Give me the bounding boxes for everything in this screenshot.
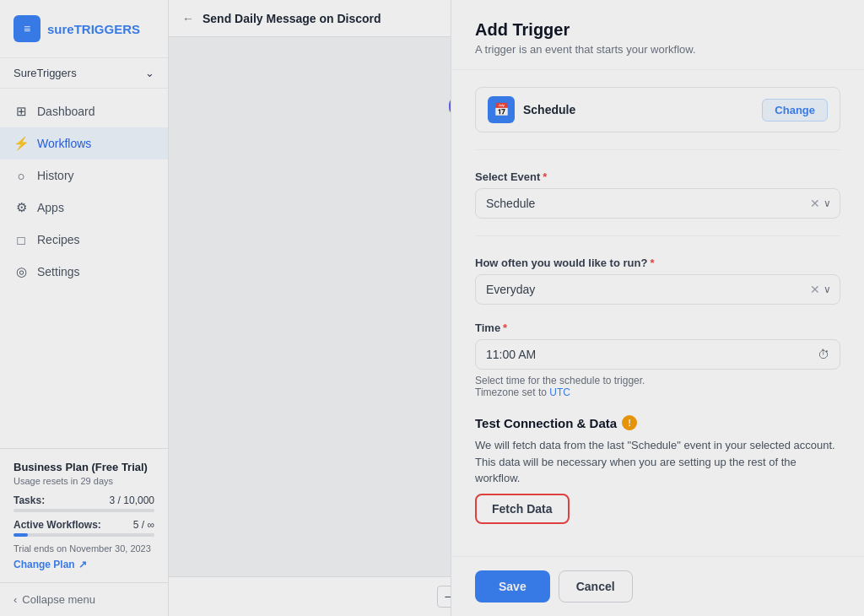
external-link-icon: ↗ — [78, 559, 87, 570]
plan-section: Business Plan (Free Trial) Usage resets … — [0, 448, 168, 582]
workflows-value: 5 / ∞ — [133, 519, 154, 531]
clock-icon: ⏱ — [818, 348, 840, 361]
required-star: * — [650, 257, 654, 269]
canvas-header-left: ← Send Daily Message on Discord — [182, 12, 381, 25]
time-input-wrapper: ⏱ — [475, 339, 840, 370]
workflows-label: Active Workflows: — [14, 519, 101, 531]
time-input[interactable] — [476, 340, 818, 369]
sidebar-item-recipes[interactable]: □ Recipes — [0, 224, 168, 256]
time-field: Time * ⏱ Select time for the schedule to… — [475, 322, 840, 398]
trigger-app-left: 📅 Schedule — [488, 96, 575, 123]
plan-title: Business Plan (Free Trial) — [14, 461, 154, 473]
canvas-title: Send Daily Message on Discord — [202, 12, 381, 25]
chevron-down-icon: ⌄ — [145, 67, 154, 79]
workflows-icon: ⚡ — [14, 136, 29, 151]
sidebar-item-label: Recipes — [37, 233, 80, 246]
frequency-value: Everyday — [476, 275, 810, 304]
panel-header: Add Trigger A trigger is an event that s… — [451, 0, 864, 70]
recipes-icon: □ — [14, 232, 29, 247]
tasks-value: 3 / 10,000 — [110, 494, 154, 506]
time-label: Time * — [475, 322, 840, 334]
sidebar-item-label: Dashboard — [37, 105, 95, 118]
divider — [475, 149, 840, 150]
select-event-field: Select Event * Schedule ✕ ∨ — [475, 170, 840, 219]
logo-text: sureTRIGGERS — [47, 22, 140, 36]
nav-menu: ⊞ Dashboard ⚡ Workflows ○ History ⚙ Apps… — [0, 89, 168, 448]
apps-icon: ⚙ — [14, 200, 29, 215]
select-event-label: Select Event * — [475, 170, 840, 183]
save-button[interactable]: Save — [475, 570, 550, 602]
trigger-app-name: Schedule — [523, 103, 575, 116]
sidebar-item-history[interactable]: ○ History — [0, 159, 168, 192]
tasks-label: Tasks: — [14, 494, 45, 506]
select-event-value: Schedule — [476, 189, 810, 218]
sidebar-item-label: Settings — [37, 265, 80, 278]
sidebar-item-label: Apps — [37, 201, 64, 214]
sidebar-item-workflows[interactable]: ⚡ Workflows — [0, 127, 168, 159]
change-trigger-button[interactable]: Change — [762, 99, 828, 122]
back-button[interactable]: ← — [182, 12, 194, 25]
required-star: * — [503, 322, 507, 334]
dashboard-icon: ⊞ — [14, 104, 29, 119]
tasks-row: Tasks: 3 / 10,000 — [14, 494, 154, 506]
sidebar-item-label: History — [37, 169, 74, 182]
frequency-select[interactable]: Everyday ✕ ∨ — [475, 274, 840, 305]
test-description: We will fetch data from the last "Schedu… — [475, 437, 840, 487]
timezone-link[interactable]: UTC — [549, 386, 570, 398]
trial-text: Trial ends on November 30, 2023 — [14, 543, 154, 554]
logo-icon: ≡ — [14, 15, 40, 42]
main-canvas: ← Send Daily Message on Discord ✕ Start … — [169, 0, 864, 616]
divider2 — [475, 235, 840, 236]
chevron-down-icon: ∨ — [824, 197, 831, 209]
cancel-button[interactable]: Cancel — [559, 570, 633, 602]
fetch-data-button[interactable]: Fetch Data — [475, 494, 570, 524]
info-icon: ! — [622, 415, 637, 430]
sidebar-item-label: Workflows — [37, 137, 91, 150]
select-event-select[interactable]: Schedule ✕ ∨ — [475, 188, 840, 219]
frequency-label: How often you would like to run? * — [475, 257, 840, 269]
sidebar-item-settings[interactable]: ◎ Settings — [0, 256, 168, 288]
test-connection-section: Test Connection & Data ! We will fetch d… — [475, 415, 840, 524]
change-plan-link[interactable]: Change Plan ↗ — [14, 559, 154, 570]
logo: ≡ sureTRIGGERS — [0, 0, 168, 58]
add-trigger-panel: Add Trigger A trigger is an event that s… — [451, 0, 864, 616]
panel-title: Add Trigger — [475, 20, 840, 40]
history-icon: ○ — [14, 168, 29, 183]
clear-icon[interactable]: ✕ — [810, 197, 820, 210]
sidebar: ≡ sureTRIGGERS SureTriggers ⌄ ⊞ Dashboar… — [0, 0, 169, 616]
workflows-row: Active Workflows: 5 / ∞ — [14, 519, 154, 531]
settings-icon: ◎ — [14, 264, 29, 279]
sidebar-item-apps[interactable]: ⚙ Apps — [0, 192, 168, 224]
sidebar-item-dashboard[interactable]: ⊞ Dashboard — [0, 95, 168, 127]
panel-subtitle: A trigger is an event that starts your w… — [475, 43, 840, 56]
workspace-selector[interactable]: SureTriggers ⌄ — [0, 58, 168, 89]
trigger-app-row: 📅 Schedule Change — [475, 87, 840, 132]
workspace-name: SureTriggers — [14, 67, 77, 79]
clear-icon[interactable]: ✕ — [810, 283, 820, 296]
schedule-icon: 📅 — [488, 96, 515, 123]
required-star: * — [543, 170, 547, 183]
workflows-progress-bar — [14, 533, 154, 537]
collapse-menu-button[interactable]: ‹ Collapse menu — [0, 582, 168, 616]
chevron-down-icon: ∨ — [824, 284, 831, 295]
plan-subtitle: Usage resets in 29 days — [14, 476, 154, 486]
test-title: Test Connection & Data ! — [475, 415, 840, 430]
panel-footer: Save Cancel — [451, 556, 864, 616]
frequency-actions: ✕ ∨ — [810, 283, 840, 296]
frequency-field: How often you would like to run? * Every… — [475, 257, 840, 305]
panel-body: 📅 Schedule Change Select Event * Schedul… — [451, 70, 864, 556]
tasks-progress-bar — [14, 509, 154, 512]
time-hint: Select time for the schedule to trigger.… — [475, 375, 840, 398]
select-event-actions: ✕ ∨ — [810, 197, 840, 210]
workflows-progress-fill — [14, 533, 28, 537]
collapse-icon: ‹ — [14, 593, 17, 606]
